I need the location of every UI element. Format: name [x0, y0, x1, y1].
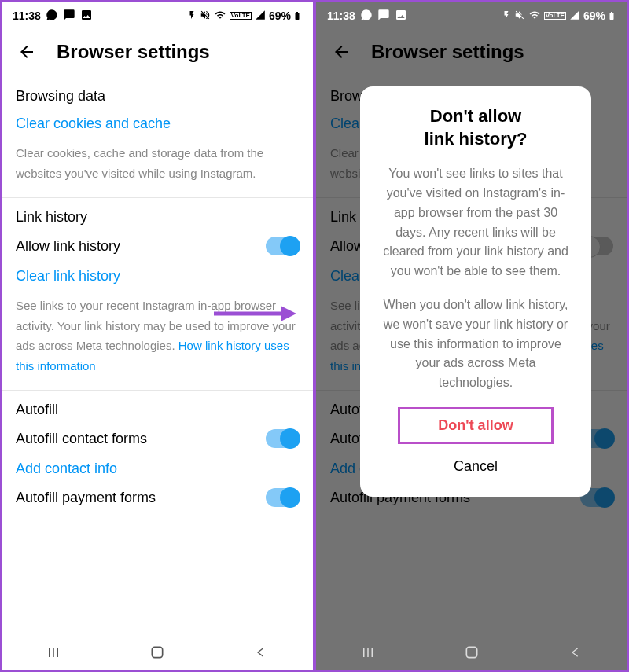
volte-icon: VoLTE: [230, 12, 252, 20]
status-bar: 11:38: [2, 2, 313, 30]
android-navbar: [316, 634, 627, 670]
autofill-payment-label: Autofill payment forms: [16, 490, 156, 506]
wifi-icon: [528, 9, 541, 23]
dialog-paragraph-1: You won't see links to sites that you've…: [377, 164, 574, 281]
right-screenshot: 11:38 VoLTE 69% Browser: [314, 0, 629, 672]
cancel-button[interactable]: Cancel: [377, 450, 574, 483]
image-icon: [80, 9, 93, 24]
android-navbar: [2, 634, 313, 670]
chat-icon: [63, 9, 75, 24]
recents-button[interactable]: [43, 642, 64, 663]
svg-rect-2: [152, 647, 162, 657]
autofill-payment-toggle[interactable]: [266, 488, 299, 507]
link-history-section: Link history Allow link history Clear li…: [2, 198, 313, 391]
add-contact-info-link[interactable]: Add contact info: [16, 461, 299, 477]
svg-rect-3: [466, 647, 476, 657]
home-button[interactable]: [147, 642, 167, 663]
svg-marker-1: [281, 306, 296, 321]
signal-icon: [569, 9, 580, 23]
status-time: 11:38: [13, 9, 41, 22]
dialog-paragraph-2: When you don't allow link history, we wo…: [377, 296, 574, 393]
mute-icon: [200, 9, 211, 23]
allow-link-history-toggle[interactable]: [266, 237, 299, 255]
bolt-icon: [187, 10, 197, 22]
back-arrow-icon[interactable]: [16, 42, 38, 61]
allow-link-history-label: Allow link history: [16, 238, 120, 255]
confirm-dialog: Don't allowlink history? You won't see l…: [360, 86, 591, 497]
volte-icon: VoLTE: [544, 12, 566, 20]
left-screenshot: 11:38: [0, 0, 314, 672]
autofill-contact-label: Autofill contact forms: [16, 431, 147, 447]
battery-indicator: 69%: [269, 9, 302, 22]
status-time: 11:38: [327, 9, 355, 22]
autofill-title: Autofill: [16, 402, 299, 418]
back-button[interactable]: [565, 642, 586, 663]
whatsapp-icon: [46, 9, 58, 24]
link-history-title: Link history: [16, 209, 299, 226]
browsing-data-desc: Clear cookies, cache and storage data fr…: [16, 143, 299, 183]
mute-icon: [514, 9, 525, 23]
browsing-data-section: Browsing data Clear cookies and cache Cl…: [2, 77, 313, 198]
dialog-title: Don't allowlink history?: [377, 105, 574, 150]
clear-link-history-link[interactable]: Clear link history: [16, 268, 299, 285]
chat-icon: [377, 9, 390, 24]
recents-button[interactable]: [358, 642, 378, 663]
battery-indicator: 69%: [583, 9, 616, 22]
autofill-section: Autofill Autofill contact forms Add cont…: [2, 391, 313, 521]
header: Browser settings: [2, 30, 313, 77]
clear-cookies-link[interactable]: Clear cookies and cache: [16, 116, 299, 132]
wifi-icon: [214, 9, 226, 23]
home-button[interactable]: [462, 642, 482, 663]
signal-icon: [255, 9, 266, 23]
autofill-contact-toggle[interactable]: [266, 429, 299, 448]
whatsapp-icon: [360, 9, 373, 24]
image-icon: [395, 9, 407, 24]
annotation-arrow-icon: [210, 302, 296, 329]
back-button[interactable]: [251, 642, 271, 663]
bolt-icon: [502, 10, 511, 22]
status-bar: 11:38 VoLTE 69%: [316, 2, 627, 30]
browsing-data-title: Browsing data: [16, 88, 299, 105]
page-title: Browser settings: [57, 41, 210, 63]
dont-allow-button[interactable]: Don't allow: [398, 407, 554, 444]
